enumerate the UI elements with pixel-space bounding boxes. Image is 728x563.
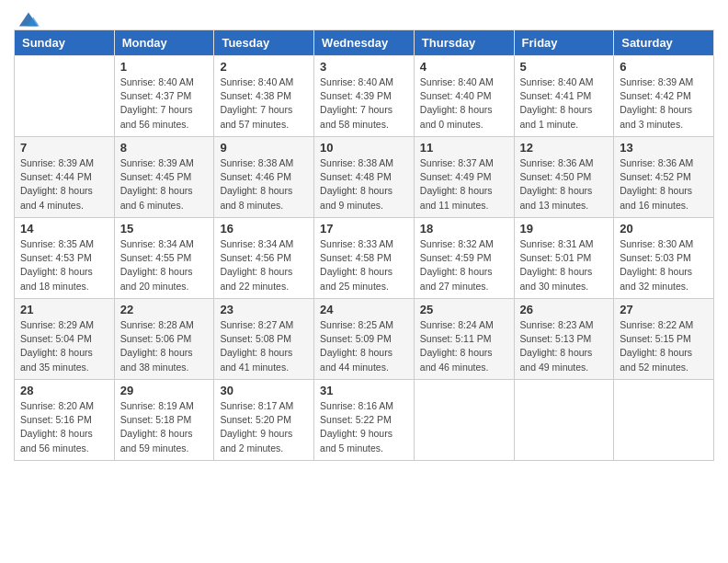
day-info: Sunrise: 8:36 AMSunset: 4:52 PMDaylight:… <box>620 157 693 211</box>
day-info: Sunrise: 8:40 AMSunset: 4:39 PMDaylight:… <box>320 76 393 130</box>
day-info: Sunrise: 8:17 AMSunset: 5:20 PMDaylight:… <box>220 400 293 454</box>
day-info: Sunrise: 8:35 AMSunset: 4:53 PMDaylight:… <box>20 238 94 292</box>
week-row-5: 28Sunrise: 8:20 AMSunset: 5:16 PMDayligh… <box>15 380 714 461</box>
day-cell: 8Sunrise: 8:39 AMSunset: 4:45 PMDaylight… <box>114 137 214 218</box>
day-info: Sunrise: 8:34 AMSunset: 4:55 PMDaylight:… <box>120 238 194 292</box>
day-cell: 6Sunrise: 8:39 AMSunset: 4:42 PMDaylight… <box>614 56 714 137</box>
day-cell: 24Sunrise: 8:25 AMSunset: 5:09 PMDayligh… <box>314 299 415 380</box>
day-info: Sunrise: 8:36 AMSunset: 4:50 PMDaylight:… <box>520 157 594 211</box>
day-cell: 17Sunrise: 8:33 AMSunset: 4:58 PMDayligh… <box>314 218 415 299</box>
day-cell <box>614 380 714 461</box>
day-cell <box>414 380 514 461</box>
weekday-header-saturday: Saturday <box>614 30 714 56</box>
day-cell: 30Sunrise: 8:17 AMSunset: 5:20 PMDayligh… <box>214 380 314 461</box>
day-info: Sunrise: 8:22 AMSunset: 5:15 PMDaylight:… <box>620 319 693 373</box>
day-info: Sunrise: 8:38 AMSunset: 4:46 PMDaylight:… <box>220 157 293 211</box>
day-cell <box>514 380 614 461</box>
day-cell: 28Sunrise: 8:20 AMSunset: 5:16 PMDayligh… <box>15 380 115 461</box>
day-cell: 13Sunrise: 8:36 AMSunset: 4:52 PMDayligh… <box>614 137 714 218</box>
day-info: Sunrise: 8:16 AMSunset: 5:22 PMDaylight:… <box>320 400 393 454</box>
day-cell: 9Sunrise: 8:38 AMSunset: 4:46 PMDaylight… <box>214 137 314 218</box>
day-info: Sunrise: 8:39 AMSunset: 4:45 PMDaylight:… <box>120 157 194 211</box>
day-number: 1 <box>120 60 209 74</box>
day-info: Sunrise: 8:24 AMSunset: 5:11 PMDaylight:… <box>420 319 494 373</box>
day-info: Sunrise: 8:25 AMSunset: 5:09 PMDaylight:… <box>320 319 393 373</box>
day-cell: 12Sunrise: 8:36 AMSunset: 4:50 PMDayligh… <box>514 137 614 218</box>
day-number: 30 <box>220 384 308 397</box>
day-number: 12 <box>520 141 609 155</box>
day-number: 15 <box>120 222 209 236</box>
day-cell: 11Sunrise: 8:37 AMSunset: 4:49 PMDayligh… <box>414 137 514 218</box>
day-number: 22 <box>120 303 209 316</box>
day-number: 26 <box>520 303 609 316</box>
day-number: 21 <box>20 303 108 316</box>
day-info: Sunrise: 8:34 AMSunset: 4:56 PMDaylight:… <box>220 238 293 292</box>
day-info: Sunrise: 8:40 AMSunset: 4:37 PMDaylight:… <box>120 76 194 130</box>
day-cell: 31Sunrise: 8:16 AMSunset: 5:22 PMDayligh… <box>314 380 415 461</box>
day-number: 23 <box>220 303 308 316</box>
day-info: Sunrise: 8:33 AMSunset: 4:58 PMDaylight:… <box>320 238 393 292</box>
day-cell: 18Sunrise: 8:32 AMSunset: 4:59 PMDayligh… <box>414 218 514 299</box>
day-cell: 1Sunrise: 8:40 AMSunset: 4:37 PMDaylight… <box>114 56 214 137</box>
day-cell: 2Sunrise: 8:40 AMSunset: 4:38 PMDaylight… <box>214 56 314 137</box>
day-number: 17 <box>320 222 408 236</box>
day-info: Sunrise: 8:23 AMSunset: 5:13 PMDaylight:… <box>520 319 594 373</box>
day-cell: 29Sunrise: 8:19 AMSunset: 5:18 PMDayligh… <box>114 380 214 461</box>
day-number: 18 <box>420 222 508 236</box>
day-info: Sunrise: 8:31 AMSunset: 5:01 PMDaylight:… <box>520 238 594 292</box>
weekday-header-row: SundayMondayTuesdayWednesdayThursdayFrid… <box>15 30 714 56</box>
day-number: 25 <box>420 303 508 316</box>
day-cell: 20Sunrise: 8:30 AMSunset: 5:03 PMDayligh… <box>614 218 714 299</box>
weekday-header-monday: Monday <box>114 30 214 56</box>
day-info: Sunrise: 8:40 AMSunset: 4:38 PMDaylight:… <box>220 76 293 130</box>
day-info: Sunrise: 8:39 AMSunset: 4:44 PMDaylight:… <box>20 157 94 211</box>
day-number: 24 <box>320 303 408 316</box>
day-info: Sunrise: 8:37 AMSunset: 4:49 PMDaylight:… <box>420 157 494 211</box>
day-cell: 10Sunrise: 8:38 AMSunset: 4:48 PMDayligh… <box>314 137 415 218</box>
day-info: Sunrise: 8:28 AMSunset: 5:06 PMDaylight:… <box>120 319 194 373</box>
day-number: 3 <box>320 60 408 74</box>
day-number: 28 <box>20 384 108 397</box>
day-cell: 19Sunrise: 8:31 AMSunset: 5:01 PMDayligh… <box>514 218 614 299</box>
weekday-header-thursday: Thursday <box>414 30 514 56</box>
day-number: 13 <box>620 141 708 155</box>
day-info: Sunrise: 8:27 AMSunset: 5:08 PMDaylight:… <box>220 319 293 373</box>
day-cell: 26Sunrise: 8:23 AMSunset: 5:13 PMDayligh… <box>514 299 614 380</box>
day-number: 6 <box>620 60 708 74</box>
day-number: 20 <box>620 222 708 236</box>
weekday-header-wednesday: Wednesday <box>314 30 415 56</box>
day-cell: 21Sunrise: 8:29 AMSunset: 5:04 PMDayligh… <box>15 299 115 380</box>
day-number: 7 <box>20 141 108 155</box>
day-info: Sunrise: 8:40 AMSunset: 4:40 PMDaylight:… <box>420 76 494 130</box>
day-info: Sunrise: 8:40 AMSunset: 4:41 PMDaylight:… <box>520 76 594 130</box>
day-number: 5 <box>520 60 609 74</box>
logo <box>14 9 41 24</box>
day-info: Sunrise: 8:30 AMSunset: 5:03 PMDaylight:… <box>620 238 693 292</box>
day-number: 4 <box>420 60 508 74</box>
day-number: 29 <box>120 384 209 397</box>
day-info: Sunrise: 8:32 AMSunset: 4:59 PMDaylight:… <box>420 238 494 292</box>
weekday-header-sunday: Sunday <box>15 30 115 56</box>
day-cell: 4Sunrise: 8:40 AMSunset: 4:40 PMDaylight… <box>414 56 514 137</box>
day-cell: 16Sunrise: 8:34 AMSunset: 4:56 PMDayligh… <box>214 218 314 299</box>
day-info: Sunrise: 8:39 AMSunset: 4:42 PMDaylight:… <box>620 76 693 130</box>
week-row-2: 7Sunrise: 8:39 AMSunset: 4:44 PMDaylight… <box>15 137 714 218</box>
day-info: Sunrise: 8:19 AMSunset: 5:18 PMDaylight:… <box>120 400 194 454</box>
week-row-1: 1Sunrise: 8:40 AMSunset: 4:37 PMDaylight… <box>15 56 714 137</box>
day-cell: 22Sunrise: 8:28 AMSunset: 5:06 PMDayligh… <box>114 299 214 380</box>
weekday-header-tuesday: Tuesday <box>214 30 314 56</box>
day-cell: 25Sunrise: 8:24 AMSunset: 5:11 PMDayligh… <box>414 299 514 380</box>
week-row-3: 14Sunrise: 8:35 AMSunset: 4:53 PMDayligh… <box>15 218 714 299</box>
day-number: 8 <box>120 141 209 155</box>
day-number: 31 <box>320 384 408 397</box>
page-header <box>14 9 714 24</box>
day-number: 27 <box>620 303 708 316</box>
day-cell: 5Sunrise: 8:40 AMSunset: 4:41 PMDaylight… <box>514 56 614 137</box>
day-cell: 3Sunrise: 8:40 AMSunset: 4:39 PMDaylight… <box>314 56 415 137</box>
day-cell <box>15 56 115 137</box>
day-number: 10 <box>320 141 408 155</box>
day-cell: 15Sunrise: 8:34 AMSunset: 4:55 PMDayligh… <box>114 218 214 299</box>
day-info: Sunrise: 8:38 AMSunset: 4:48 PMDaylight:… <box>320 157 393 211</box>
day-info: Sunrise: 8:20 AMSunset: 5:16 PMDaylight:… <box>20 400 94 454</box>
logo-icon <box>16 9 41 29</box>
